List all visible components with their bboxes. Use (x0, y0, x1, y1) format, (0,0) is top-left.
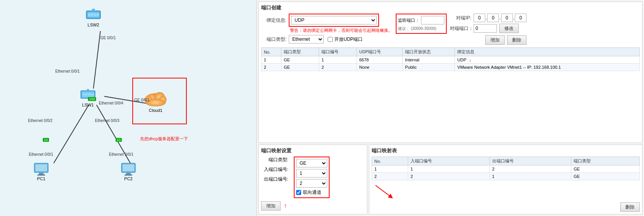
port-type-select[interactable]: Ethernet (289, 35, 324, 44)
map-row2-type: GE (571, 173, 640, 180)
col-binding: 绑定信息 (455, 48, 640, 56)
map-row2-out: 1 (490, 173, 571, 180)
lsw2-label: LSW2 (88, 23, 99, 27)
col-udp: UDP端口号 (357, 48, 403, 56)
pc2-node[interactable]: PC2 (121, 162, 136, 181)
map-in-port-select2[interactable]: 1 (296, 169, 327, 178)
warning-text: 警告：请勿绑定公网网卡，否则可能会引起网络瘫痪。 (290, 28, 393, 33)
map-out-port-select2[interactable]: 2 (296, 179, 327, 188)
udp-arrow: ↓ (469, 57, 471, 62)
peer-ip-3[interactable] (501, 14, 513, 22)
table-row[interactable]: 1 GE 1 6678 Internal UDP ↓ (261, 56, 640, 64)
svg-point-6 (88, 14, 90, 16)
svg-line-33 (376, 185, 391, 197)
row2-status: Public (402, 64, 454, 71)
col-status: 端口开放状态 (402, 48, 454, 56)
svg-point-14 (85, 94, 87, 96)
port-mapping-section: 端口映射设置 端口类型: 入端口编号: 出端口编号: GE (258, 145, 367, 214)
add-port-button[interactable]: 增加 (485, 35, 505, 45)
peer-ip-label: 对端IP: (450, 15, 471, 21)
svg-rect-28 (37, 174, 45, 176)
lsw2-icon (86, 7, 101, 23)
map-col-no: No. (372, 157, 408, 165)
svg-point-9 (97, 14, 98, 16)
row2-udp: None (357, 64, 403, 71)
map-row2-no: 2 (372, 173, 408, 180)
port-mapping-table: No. 入端口编号 出端口编号 端口类型 1 1 2 GE 2 (372, 157, 640, 180)
open-udp-label[interactable]: 开放UDP端口 (328, 36, 363, 43)
suggestion-value: (30000-35000) (411, 26, 437, 31)
svg-point-7 (91, 14, 93, 16)
svg-rect-18 (87, 89, 89, 91)
lsw1-label: LSW1 (82, 103, 94, 107)
map-table-row[interactable]: 2 2 1 GE (372, 173, 640, 180)
row2-binding: VMware Network Adapter VMnet1 -- IP: 192… (455, 64, 640, 71)
map-out-label2: 出端口编号: (261, 176, 288, 183)
pc2-icon (121, 162, 136, 176)
map-row1-type: GE (571, 165, 640, 173)
row2-type: GE (281, 64, 319, 71)
port-ge-cloud1: GE 0/0/1 (134, 98, 149, 102)
network-lines (0, 0, 256, 216)
port-eth-lsw1-3: Ethernet 0/0/3 (95, 118, 119, 123)
col-no: No. (261, 48, 281, 56)
svg-point-16 (90, 94, 92, 96)
delete-port-button[interactable]: 删除 (507, 35, 526, 45)
peer-ip-2[interactable] (487, 14, 499, 22)
row1-status: Internal (402, 56, 454, 64)
lsw2-node[interactable]: LSW2 (86, 7, 101, 27)
peer-ip-4[interactable] (515, 14, 526, 22)
svg-line-2 (54, 105, 89, 163)
binding-label: 绑定信息: (261, 17, 286, 24)
listen-port-label: 监听端口： (398, 17, 419, 23)
bottom-section: 端口映射设置 端口类型: 入端口编号: 出端口编号: GE (258, 145, 642, 214)
row1-no: 1 (261, 56, 281, 64)
dhcp-hint-text: 先把dhcp服务器配置一下 (140, 136, 188, 142)
port-mapping-title: 端口映射设置 (261, 147, 365, 154)
bidirectional-label2[interactable]: 双向通道 (296, 189, 327, 196)
svg-rect-31 (126, 173, 131, 174)
row1-type: GE (281, 56, 319, 64)
add-mapping-button2[interactable]: 增加 (261, 201, 281, 211)
binding-select[interactable]: UDP (291, 16, 377, 24)
row2-num: 2 (319, 64, 357, 71)
port-create-title: 端口创建 (261, 4, 640, 11)
map-port-type-label2: 端口类型: (261, 157, 288, 163)
pc1-label: PC1 (37, 176, 45, 181)
port-type-label: 端口类型: (261, 36, 286, 43)
delete-mapping-button[interactable]: 删除 (620, 202, 640, 212)
port-mapping-table-section: 端口映射表 No. 入端口编号 出端口编号 端口类型 1 1 2 GE (369, 145, 642, 214)
svg-rect-30 (123, 164, 134, 171)
binding-select-box: UDP (289, 14, 379, 27)
peer-port-input[interactable] (474, 24, 497, 33)
peer-section: 对端IP: . . . 对端端口： 修改 增加 删除 (450, 14, 526, 45)
map-row2-in: 2 (408, 173, 490, 180)
badge-10-2: 10 (116, 138, 122, 142)
cloud1-label: Cloud1 (149, 108, 163, 113)
bidirectional-checkbox2[interactable] (296, 190, 301, 195)
svg-rect-10 (92, 9, 95, 11)
port-eth-lsw1-2: Ethernet 0/0/2 (28, 118, 53, 123)
svg-point-13 (83, 94, 85, 96)
port-create-section: 端口创建 绑定信息: UDP 警告：请勿绑定公网网卡，否则可能会引起网络瘫痪。 (258, 2, 642, 143)
table-row[interactable]: 2 GE 2 None Public VMware Network Adapte… (261, 64, 640, 71)
map-row1-out: 2 (490, 165, 571, 173)
listen-port-input[interactable]: 30000 (421, 16, 444, 24)
svg-point-15 (88, 94, 89, 96)
open-udp-checkbox[interactable] (328, 37, 333, 42)
map-col-type: 端口类型 (571, 157, 640, 165)
row1-udp: 6678 (357, 56, 403, 64)
row1-binding: UDP ↓ (455, 56, 640, 64)
port-eth-lsw1-1: Ethernet 0/0/1 (55, 69, 80, 73)
pc1-node[interactable]: PC1 (33, 162, 49, 181)
svg-rect-26 (35, 164, 47, 171)
map-table-row[interactable]: 1 1 2 GE (372, 165, 640, 173)
network-diagram: LSW2 LSW1 (0, 0, 257, 216)
map-port-type-select2[interactable]: GE (296, 159, 327, 167)
listen-section: 监听端口： 30000 建议： (30000-35000) (396, 14, 447, 34)
row2-no: 2 (261, 64, 281, 71)
port-eth-pc2: Ethernet 0/0/1 (109, 152, 133, 157)
port-eth-pc1: Ethernet 0/0/1 (29, 152, 53, 157)
peer-ip-1[interactable] (474, 14, 485, 22)
modify-button[interactable]: 修改 (499, 24, 519, 33)
